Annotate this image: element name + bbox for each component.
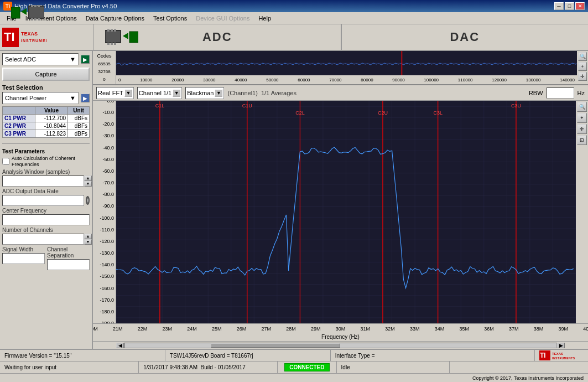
svg-rect-13 — [11, 7, 20, 18]
window-combo[interactable]: Blackman ▼ — [185, 87, 224, 99]
waveform-x-60k: 60000 — [298, 78, 310, 82]
fft-zoom-out-btn[interactable]: + — [577, 113, 587, 123]
test-selection-label: Test Selection — [2, 84, 90, 91]
adc-rate-input[interactable]: 245.76M — [2, 195, 84, 206]
gear-icon[interactable] — [86, 196, 90, 205]
num-channels-label: Number of Channels — [2, 227, 90, 233]
test-selection-arrow: ▼ — [70, 95, 76, 101]
scrollbar-track[interactable] — [124, 343, 557, 348]
waveform-controls: 🔍 + ✛ — [577, 51, 588, 84]
waveform-x-20k: 20000 — [171, 78, 184, 82]
menu-help[interactable]: Help — [254, 14, 275, 23]
test-selection-go-button[interactable]: ▶ — [81, 94, 90, 102]
build-text: Build - 01/05/2017 — [201, 364, 246, 370]
maximize-button[interactable]: □ — [565, 2, 574, 10]
x-tick-label: 35M — [459, 326, 469, 332]
fft-type-arrow[interactable]: ▼ — [124, 89, 132, 97]
row-name: C3 PWR — [3, 130, 35, 138]
center-freq-input[interactable]: 30.00000000000M — [2, 214, 90, 225]
close-button[interactable]: ✕ — [575, 2, 585, 10]
table-row: C1 PWR -112.700 dBFs — [3, 115, 90, 122]
svg-text:INSTRUMENTS: INSTRUMENTS — [21, 39, 46, 43]
y-tick-label: -60.0 — [102, 168, 114, 174]
waveform-x-30k: 30000 — [203, 78, 215, 82]
ti-logo-svg: TI TEXAS INSTRUMENTS — [2, 28, 46, 47]
scroll-right-btn[interactable]: ▶ — [557, 343, 565, 348]
analysis-window-up[interactable]: ▲ — [84, 175, 92, 181]
signal-width-input[interactable]: 3.6M — [2, 253, 45, 264]
content-area: Select ADC ▼ ▶ Capture Test Selection Ch… — [0, 51, 588, 349]
y-tick-label: 0.0 — [107, 101, 114, 104]
waveform-canvas — [116, 51, 577, 75]
fft-overlay-svg — [116, 101, 576, 323]
y-tick-label: -30.0 — [102, 133, 114, 138]
waveform-cursor[interactable]: ✛ — [578, 72, 587, 81]
waveform-strip: Codes 65535 32768 0 — [93, 51, 588, 85]
connected-segment: CONNECTED — [278, 362, 336, 373]
firmware-text: Firmware Version = "15.15" — [4, 353, 71, 359]
fft-zoom-in-btn[interactable]: 🔍 — [577, 102, 587, 112]
num-channels-spinbox: 3 ▲ ▼ — [2, 234, 90, 245]
fft-pan-btn[interactable]: ✛ — [577, 124, 587, 134]
codes-label: Codes — [97, 53, 111, 59]
num-channels-up[interactable]: ▲ — [84, 234, 92, 239]
fft-scrollbar[interactable]: ◀ ▶ — [93, 341, 588, 349]
fft-reset-btn[interactable]: ⊡ — [577, 135, 587, 145]
channel-arrow[interactable]: ▼ — [173, 89, 180, 97]
analysis-window-input[interactable]: 65536 — [2, 175, 84, 187]
waveform-x-10k: 10000 — [140, 78, 152, 82]
waveform-zoom-in[interactable]: 🔍 — [578, 52, 587, 61]
fft-x-ticks: 20M21M22M23M24M25M26M27M28M29M30M31M32M3… — [93, 324, 588, 334]
test-selection-combo[interactable]: Channel Power ▼ — [2, 92, 79, 104]
auto-calc-label: Auto Calculation of Coherent Frequencies — [12, 156, 90, 168]
interface-segment: Interface Type = — [331, 350, 535, 361]
signal-channel-row: Signal Width 3.6M Channel Separation 5M — [2, 246, 90, 270]
status-bar-2: Waiting for user input 1/31/2017 9:48:38… — [0, 361, 588, 373]
waveform-x-40k: 40000 — [235, 78, 247, 82]
auto-calc-checkbox[interactable] — [2, 158, 9, 165]
svg-rect-9 — [111, 43, 113, 45]
num-channels-down[interactable]: ▼ — [84, 239, 92, 245]
datetime-text: 1/31/2017 9:48:38 AM — [143, 364, 197, 370]
x-tick-label: 38M — [534, 326, 544, 332]
window-controls[interactable]: ─ □ ✕ — [554, 2, 585, 10]
datetime-segment: 1/31/2017 9:48:38 AM Build - 01/05/2017 — [139, 362, 278, 373]
fft-type-combo[interactable]: Real FFT ▼ — [96, 87, 134, 99]
svg-text:TI: TI — [4, 30, 15, 44]
scrollbar-thumb[interactable] — [211, 343, 340, 348]
num-channels-input[interactable]: 3 — [2, 234, 84, 245]
window-arrow[interactable]: ▼ — [215, 89, 222, 97]
rbw-input[interactable]: 3750 — [547, 87, 574, 99]
y-tick-label: -90.0 — [102, 203, 114, 209]
dac-icon — [11, 3, 44, 24]
col-value: Value — [35, 107, 67, 115]
results-table: Value Unit C1 PWR -112.700 dBFs C2 PWR -… — [2, 106, 90, 138]
analysis-window-down[interactable]: ▼ — [84, 181, 92, 187]
num-channels-spinners: ▲ ▼ — [84, 234, 92, 245]
capture-button[interactable]: Capture — [2, 68, 90, 81]
minimize-button[interactable]: ─ — [554, 2, 564, 10]
x-tick-label: 32M — [385, 326, 395, 332]
y-tick-label: -140.0 — [100, 262, 114, 267]
channel-sep-input[interactable]: 5M — [47, 259, 90, 270]
channel-combo[interactable]: Channel 1/1 ▼ — [137, 87, 182, 99]
row-value: -10.8044 — [35, 122, 67, 130]
scroll-left-btn[interactable]: ◀ — [116, 343, 124, 348]
y-tick-label: -100.0 — [100, 215, 114, 221]
status-bar: Firmware Version = "15.15" TSW14J56revD … — [0, 349, 588, 361]
menu-test-options[interactable]: Test Options — [149, 14, 191, 23]
x-tick-label: 23M — [162, 326, 172, 332]
copyright-placeholder — [450, 362, 588, 373]
row-name: C2 PWR — [3, 122, 35, 130]
y-tick-label: -120.0 — [100, 239, 114, 244]
adc-section[interactable]: ADC — [94, 24, 342, 50]
ti-logo: TI TEXAS INSTRUMENTS — [2, 28, 46, 47]
x-tick-label: 27M — [261, 326, 271, 332]
x-tick-label: 34M — [435, 326, 445, 332]
menu-data-capture[interactable]: Data Capture Options — [81, 14, 149, 23]
dac-section[interactable]: DAC — [342, 24, 589, 50]
waveform-zoom-out[interactable]: + — [578, 62, 587, 71]
select-adc-combo[interactable]: Select ADC ▼ — [2, 53, 79, 65]
select-adc-go-button[interactable]: ▶ — [81, 55, 90, 64]
idle-segment: Idle — [337, 362, 450, 373]
